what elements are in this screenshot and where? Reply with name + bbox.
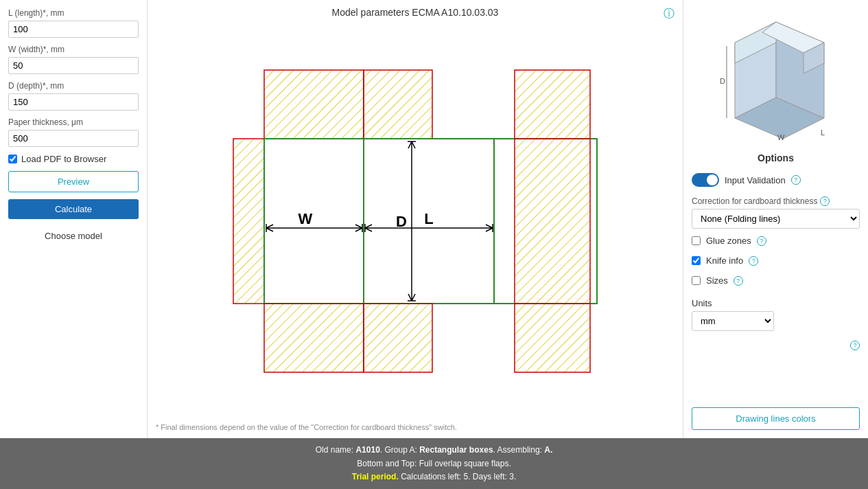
sizes-row: Sizes ? <box>692 275 860 286</box>
svg-text:W: W <box>777 133 785 141</box>
days-left: Days left: 3. <box>473 472 516 481</box>
help-icon[interactable]: ⓘ <box>664 7 675 21</box>
center-title-row: Model parameters ECMA A10.10.03.03 ⓘ <box>156 7 675 18</box>
correction-label: Correction for cardboard thickness <box>692 196 817 206</box>
sizes-label: Sizes <box>706 275 728 286</box>
group-value: Rectangular boxes <box>419 445 493 455</box>
assembling-value: A. <box>544 445 552 455</box>
svg-rect-5 <box>264 139 364 304</box>
svg-rect-12 <box>515 304 590 372</box>
glue-zones-help-icon[interactable]: ? <box>757 236 766 246</box>
bottom-line3: Trial period. Calculations left: 5. Days… <box>5 470 863 484</box>
sizes-help-icon[interactable]: ? <box>734 276 743 286</box>
box-net-svg: W L D <box>220 56 611 386</box>
length-field-group: L (length)*, mm <box>8 8 139 38</box>
right-panel: D L W Options Input Validation ? Correct… <box>683 0 868 438</box>
knife-info-checkbox[interactable] <box>692 256 701 265</box>
svg-rect-3 <box>515 70 590 139</box>
units-select[interactable]: mm cm inch <box>692 311 774 331</box>
svg-text:L: L <box>821 128 825 137</box>
options-title: Options <box>692 152 860 163</box>
svg-rect-10 <box>264 304 364 372</box>
old-name-value: A1010 <box>355 445 379 455</box>
glue-zones-checkbox[interactable] <box>692 236 701 245</box>
bottom-bar: Old name: A1010. Group A: Rectangular bo… <box>0 438 868 489</box>
input-validation-row: Input Validation ? <box>692 173 860 187</box>
width-input[interactable] <box>8 57 139 74</box>
knife-info-help-icon[interactable]: ? <box>749 256 758 266</box>
calcs-left: Calculations left: 5. <box>401 472 470 481</box>
svg-rect-11 <box>364 304 432 372</box>
svg-rect-4 <box>233 139 264 304</box>
assembling-prefix: . Assembling: <box>493 445 545 455</box>
drawing-colors-help-icon[interactable]: ? <box>850 341 860 350</box>
input-validation-help-icon[interactable]: ? <box>791 175 801 185</box>
glue-zones-label: Glue zones <box>706 236 751 246</box>
center-panel: Model parameters ECMA A10.10.03.03 ⓘ <box>148 0 683 438</box>
sizes-checkbox[interactable] <box>692 276 701 285</box>
svg-rect-9 <box>515 139 590 304</box>
paper-thickness-field-group: Paper thickness, μm <box>8 117 139 147</box>
load-pdf-checkbox[interactable] <box>8 155 17 163</box>
model-title: Model parameters ECMA A10.10.03.03 <box>332 7 499 18</box>
box-3d-svg: D L W <box>707 8 845 146</box>
depth-input[interactable] <box>8 93 139 111</box>
calculate-button[interactable]: Calculate <box>8 199 139 219</box>
width-field-group: W (width)*, mm <box>8 45 139 74</box>
footnote: * Final dimensions depend on the value o… <box>156 423 675 431</box>
svg-rect-2 <box>364 70 432 139</box>
load-pdf-row: Load PDF to Browser <box>8 154 139 164</box>
drawing-lines-colors-button[interactable]: Drawing lines colors <box>692 407 860 430</box>
trial-label: Trial period. <box>352 472 399 481</box>
correction-select[interactable]: None (Folding lines) Inner dimensions Ou… <box>692 209 860 229</box>
svg-text:D: D <box>396 213 407 230</box>
paper-thickness-input[interactable] <box>8 130 139 147</box>
correction-section: Correction for cardboard thickness ? Non… <box>692 196 860 229</box>
depth-label: D (depth)*, mm <box>8 81 139 91</box>
svg-rect-1 <box>264 70 364 139</box>
drawing-colors-help-row: ? <box>692 339 860 350</box>
left-panel: L (length)*, mm W (width)*, mm D (depth)… <box>0 0 148 438</box>
knife-info-label: Knife info <box>706 255 743 266</box>
group-prefix: . Group A: <box>380 445 419 455</box>
correction-help-icon[interactable]: ? <box>820 196 830 206</box>
diagram-area: W L D <box>156 23 675 419</box>
load-pdf-label: Load PDF to Browser <box>21 154 106 164</box>
bottom-line1: Old name: A1010. Group A: Rectangular bo… <box>5 444 863 457</box>
toggle-slider <box>692 173 719 187</box>
old-name-prefix: Old name: <box>316 445 356 455</box>
bottom-line2: Bottom and Top: Full overlap square flap… <box>5 457 863 470</box>
units-label: Units <box>692 298 860 308</box>
input-validation-label: Input Validation <box>725 175 786 185</box>
svg-text:W: W <box>298 210 313 227</box>
preview-button[interactable]: Preview <box>8 171 139 192</box>
units-section: Units mm cm inch <box>692 298 860 331</box>
input-validation-toggle[interactable] <box>692 173 719 187</box>
knife-info-row: Knife info ? <box>692 255 860 266</box>
choose-model-button[interactable]: Choose model <box>8 226 139 246</box>
depth-field-group: D (depth)*, mm <box>8 81 139 111</box>
paper-thickness-label: Paper thickness, μm <box>8 117 139 127</box>
svg-text:D: D <box>720 77 725 85</box>
box-preview: D L W <box>692 8 860 146</box>
length-input[interactable] <box>8 21 139 38</box>
width-label: W (width)*, mm <box>8 45 139 54</box>
svg-text:L: L <box>424 210 433 227</box>
glue-zones-row: Glue zones ? <box>692 236 860 246</box>
length-label: L (length)*, mm <box>8 8 139 18</box>
